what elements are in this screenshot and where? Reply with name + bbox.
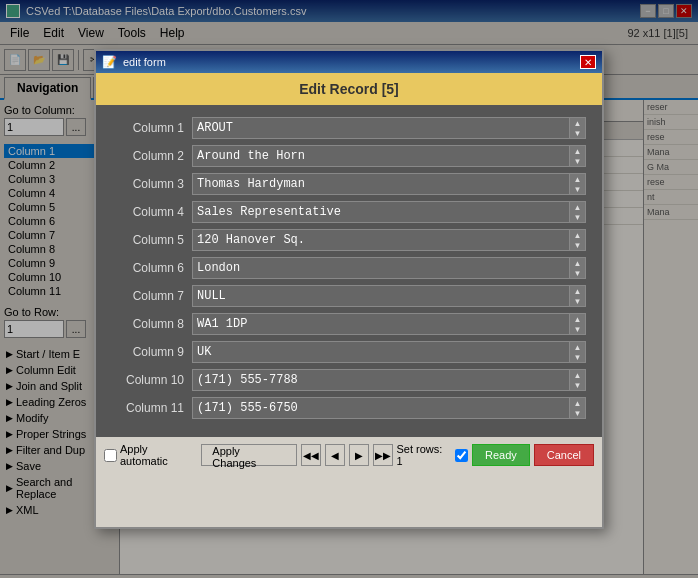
field-spinner: ▲▼ (569, 118, 585, 138)
modal-body: Column 1▲▼Column 2▲▼Column 3▲▼Column 4▲▼… (96, 105, 602, 437)
modal-field-row: Column 8▲▼ (112, 313, 586, 335)
spin-up-button[interactable]: ▲ (570, 146, 585, 156)
footer-setrows-checkbox[interactable] (455, 449, 468, 462)
field-label: Column 1 (112, 121, 192, 135)
field-spinner: ▲▼ (569, 230, 585, 250)
footer-apply-changes-button[interactable]: Apply Changes (201, 444, 297, 466)
modal-field-row: Column 4▲▼ (112, 201, 586, 223)
spin-up-button[interactable]: ▲ (570, 342, 585, 352)
footer-setrows-checkbox-wrap (455, 449, 468, 462)
field-input-wrap: ▲▼ (192, 229, 586, 251)
field-label: Column 11 (112, 401, 192, 415)
field-label: Column 8 (112, 317, 192, 331)
spin-down-button[interactable]: ▼ (570, 380, 585, 390)
field-spinner: ▲▼ (569, 342, 585, 362)
field-label: Column 6 (112, 261, 192, 275)
spin-down-button[interactable]: ▼ (570, 212, 585, 222)
spin-up-button[interactable]: ▲ (570, 398, 585, 408)
field-input-wrap: ▲▼ (192, 117, 586, 139)
field-input-3[interactable] (193, 174, 569, 194)
field-input-wrap: ▲▼ (192, 285, 586, 307)
field-input-wrap: ▲▼ (192, 397, 586, 419)
field-spinner: ▲▼ (569, 146, 585, 166)
modal-footer: Apply automatic Apply Changes ◀◀ ◀ ▶ ▶▶ … (96, 437, 602, 473)
modal-title-bar: 📝 edit form ✕ (96, 51, 602, 73)
spin-down-button[interactable]: ▼ (570, 408, 585, 418)
field-spinner: ▲▼ (569, 258, 585, 278)
modal-field-row: Column 9▲▼ (112, 341, 586, 363)
footer-cancel-button[interactable]: Cancel (534, 444, 594, 466)
field-label: Column 7 (112, 289, 192, 303)
field-input-5[interactable] (193, 230, 569, 250)
footer-apply-auto-checkbox[interactable] (104, 449, 117, 462)
modal-field-row: Column 3▲▼ (112, 173, 586, 195)
modal-field-row: Column 7▲▼ (112, 285, 586, 307)
modal-field-row: Column 2▲▼ (112, 145, 586, 167)
modal-close-button[interactable]: ✕ (580, 55, 596, 69)
spin-down-button[interactable]: ▼ (570, 128, 585, 138)
field-input-wrap: ▲▼ (192, 257, 586, 279)
field-input-1[interactable] (193, 118, 569, 138)
footer-apply-auto-wrap: Apply automatic (104, 443, 197, 467)
spin-down-button[interactable]: ▼ (570, 240, 585, 250)
footer-nav-next[interactable]: ▶ (349, 444, 369, 466)
modal-field-row: Column 10▲▼ (112, 369, 586, 391)
modal-field-row: Column 11▲▼ (112, 397, 586, 419)
spin-down-button[interactable]: ▼ (570, 156, 585, 166)
edit-form-modal: 📝 edit form ✕ Edit Record [5] Column 1▲▼… (94, 49, 604, 529)
field-input-wrap: ▲▼ (192, 201, 586, 223)
modal-field-row: Column 6▲▼ (112, 257, 586, 279)
field-input-7[interactable] (193, 286, 569, 306)
spin-down-button[interactable]: ▼ (570, 324, 585, 334)
field-input-4[interactable] (193, 202, 569, 222)
field-input-wrap: ▲▼ (192, 341, 586, 363)
field-spinner: ▲▼ (569, 286, 585, 306)
field-input-9[interactable] (193, 342, 569, 362)
field-input-8[interactable] (193, 314, 569, 334)
spin-down-button[interactable]: ▼ (570, 296, 585, 306)
spin-up-button[interactable]: ▲ (570, 118, 585, 128)
footer-ready-indicator: Ready (472, 444, 530, 466)
field-spinner: ▲▼ (569, 370, 585, 390)
field-input-wrap: ▲▼ (192, 145, 586, 167)
field-label: Column 10 (112, 373, 192, 387)
modal-title: edit form (123, 56, 166, 68)
field-label: Column 9 (112, 345, 192, 359)
spin-up-button[interactable]: ▲ (570, 202, 585, 212)
spin-up-button[interactable]: ▲ (570, 230, 585, 240)
footer-nav-last[interactable]: ▶▶ (373, 444, 393, 466)
spin-up-button[interactable]: ▲ (570, 370, 585, 380)
field-input-2[interactable] (193, 146, 569, 166)
field-spinner: ▲▼ (569, 314, 585, 334)
spin-up-button[interactable]: ▲ (570, 286, 585, 296)
modal-header: Edit Record [5] (96, 73, 602, 105)
field-label: Column 5 (112, 233, 192, 247)
spin-down-button[interactable]: ▼ (570, 184, 585, 194)
field-input-wrap: ▲▼ (192, 369, 586, 391)
field-spinner: ▲▼ (569, 398, 585, 418)
field-input-wrap: ▲▼ (192, 173, 586, 195)
field-label: Column 3 (112, 177, 192, 191)
modal-header-title: Edit Record [5] (299, 81, 399, 97)
footer-set-rows-label: Set rows: 1 (397, 443, 451, 467)
spin-down-button[interactable]: ▼ (570, 268, 585, 278)
field-input-wrap: ▲▼ (192, 313, 586, 335)
footer-nav-first[interactable]: ◀◀ (301, 444, 321, 466)
modal-field-row: Column 5▲▼ (112, 229, 586, 251)
footer-nav-prev[interactable]: ◀ (325, 444, 345, 466)
spin-up-button[interactable]: ▲ (570, 314, 585, 324)
footer-apply-auto-label: Apply automatic (120, 443, 197, 467)
spin-down-button[interactable]: ▼ (570, 352, 585, 362)
modal-field-row: Column 1▲▼ (112, 117, 586, 139)
field-input-10[interactable] (193, 370, 569, 390)
spin-up-button[interactable]: ▲ (570, 174, 585, 184)
field-label: Column 4 (112, 205, 192, 219)
field-spinner: ▲▼ (569, 174, 585, 194)
modal-overlay: 📝 edit form ✕ Edit Record [5] Column 1▲▼… (0, 0, 698, 578)
field-input-6[interactable] (193, 258, 569, 278)
spin-up-button[interactable]: ▲ (570, 258, 585, 268)
field-spinner: ▲▼ (569, 202, 585, 222)
field-label: Column 2 (112, 149, 192, 163)
field-input-11[interactable] (193, 398, 569, 418)
